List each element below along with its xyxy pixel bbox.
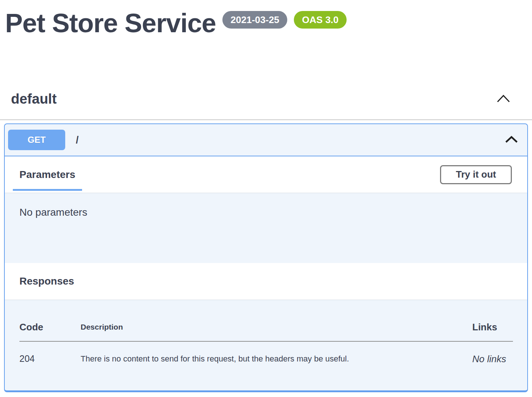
response-links: No links: [472, 353, 513, 365]
get-method-button[interactable]: GET: [8, 130, 65, 150]
column-header-links: Links: [472, 322, 513, 333]
tag-title: default: [11, 91, 57, 107]
tab-parameters-label: Parameters: [19, 169, 75, 181]
section-divider: [0, 119, 532, 120]
chevron-up-icon: [505, 136, 518, 144]
responses-title: Responses: [19, 275, 74, 287]
try-it-out-button[interactable]: Try it out: [440, 165, 512, 184]
opblock-get-root: GET / Parameters Try it out No parameter…: [4, 123, 528, 392]
column-header-description: Description: [81, 322, 472, 331]
tag-section-default[interactable]: default: [0, 91, 532, 107]
table-divider: [19, 341, 513, 342]
response-code: 204: [19, 353, 81, 364]
parameters-section-header: Parameters Try it out: [5, 156, 527, 193]
column-header-code: Code: [19, 322, 81, 333]
page-title: Pet Store Service: [5, 10, 216, 37]
responses-table: Code Description Links 204 There is no c…: [5, 300, 527, 390]
swagger-ui-page: Pet Store Service 2021-03-25 OAS 3.0 def…: [0, 0, 532, 392]
table-header-row: Code Description Links: [19, 322, 513, 333]
tab-parameters[interactable]: Parameters: [13, 156, 82, 193]
chevron-up-icon[interactable]: [496, 94, 511, 104]
collapse-operation-button[interactable]: [505, 136, 518, 144]
opblock-summary[interactable]: GET /: [5, 124, 527, 156]
version-badge: 2021-03-25: [222, 11, 287, 29]
api-header: Pet Store Service 2021-03-25 OAS 3.0: [0, 0, 532, 37]
operation-path: /: [76, 134, 79, 146]
responses-section-header: Responses: [5, 263, 527, 300]
response-description: There is no content to send for this req…: [81, 353, 472, 364]
no-parameters-text: No parameters: [5, 193, 527, 263]
oas-version-badge: OAS 3.0: [294, 11, 347, 29]
table-row: 204 There is no content to send for this…: [19, 353, 513, 365]
